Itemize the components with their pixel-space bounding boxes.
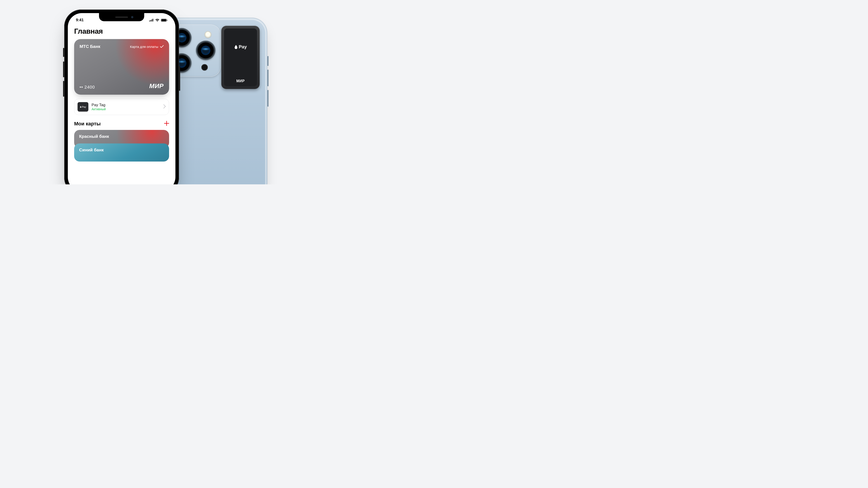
pay-tag-label: Pay bbox=[234, 44, 247, 50]
card-last4: •• 2400 bbox=[80, 85, 95, 90]
card-item-name: Синий банк bbox=[79, 148, 104, 152]
card-bank-name: МТС Банк bbox=[80, 44, 100, 49]
drop-icon bbox=[234, 45, 238, 49]
svg-rect-1 bbox=[150, 20, 151, 22]
phone-side-button bbox=[63, 81, 64, 97]
card-default-label: Карта для оплаты bbox=[130, 45, 164, 48]
phone-back-button bbox=[268, 70, 269, 86]
svg-rect-0 bbox=[149, 21, 150, 22]
check-icon bbox=[160, 45, 164, 48]
wifi-icon bbox=[155, 19, 159, 22]
phone-front-mockup: 9:41 bbox=[64, 9, 179, 184]
mir-logo: МИР bbox=[149, 83, 164, 90]
my-cards-title: Мои карты bbox=[74, 121, 101, 127]
phone-side-button bbox=[179, 66, 180, 91]
card-item-name: Красный банк bbox=[79, 134, 109, 139]
pay-tag-device: Pay МИР bbox=[221, 26, 260, 89]
phone-side-button bbox=[63, 48, 64, 57]
phone-back-button bbox=[268, 56, 269, 66]
camera-flash bbox=[205, 31, 211, 38]
phone-screen: 9:41 bbox=[68, 13, 176, 184]
page-title: Главная bbox=[74, 27, 169, 35]
svg-rect-2 bbox=[151, 20, 152, 22]
chevron-right-icon bbox=[163, 104, 166, 109]
paytag-thumb-icon: Pay bbox=[78, 102, 88, 111]
svg-rect-3 bbox=[153, 19, 153, 22]
paytag-title: Pay Tag bbox=[92, 103, 106, 107]
phone-notch bbox=[99, 13, 144, 21]
lidar-sensor bbox=[202, 64, 208, 70]
camera-lens bbox=[196, 41, 215, 60]
add-card-button[interactable] bbox=[164, 121, 169, 127]
paytag-status: Активный bbox=[92, 107, 106, 111]
battery-icon bbox=[161, 19, 167, 22]
card-item[interactable]: Синий банк bbox=[74, 143, 169, 162]
phone-back-button bbox=[268, 90, 269, 107]
phone-side-button bbox=[63, 61, 64, 77]
plus-icon bbox=[164, 121, 169, 126]
mir-logo: МИР bbox=[237, 79, 245, 83]
paytag-row[interactable]: Pay Pay Tag Активный bbox=[74, 99, 169, 115]
status-time: 9:41 bbox=[76, 18, 84, 22]
primary-card[interactable]: МТС Банк Карта для оплаты •• 2400 bbox=[74, 39, 169, 95]
svg-rect-5 bbox=[161, 19, 166, 21]
cellular-icon bbox=[149, 19, 154, 22]
svg-rect-6 bbox=[167, 20, 167, 21]
